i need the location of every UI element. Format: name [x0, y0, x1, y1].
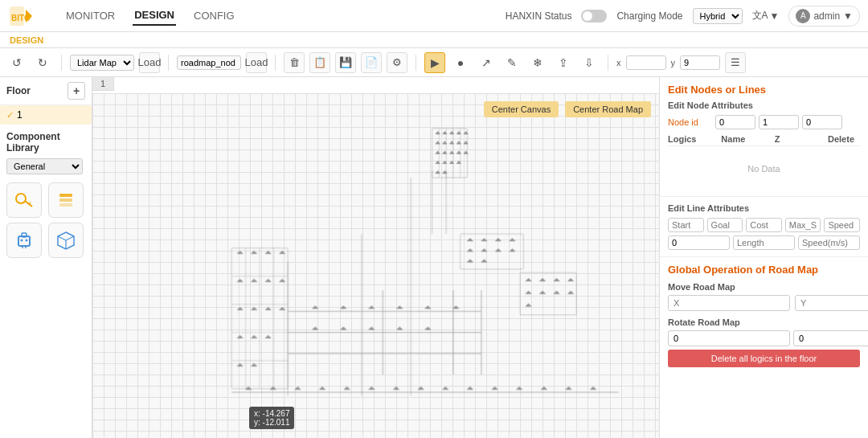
toolbar: ↺ ↻ Lidar Map Load Load 🗑 📋 💾 📄 ⚙ ▶ ● ↗ … [0, 48, 868, 77]
svg-marker-53 [495, 248, 501, 252]
left-sidebar: Floor + ✓ 1 Component Library General [0, 77, 92, 438]
line-tool-btn[interactable]: ↗ [476, 52, 497, 73]
nav-design[interactable]: DESIGN [133, 6, 176, 26]
copy-icon-btn[interactable]: 📋 [309, 52, 330, 73]
global-section: Global Operation of Road Map Move Road M… [660, 257, 868, 374]
line-speed-p[interactable] [824, 218, 860, 232]
svg-rect-8 [59, 203, 72, 207]
component-layers[interactable] [48, 182, 84, 218]
svg-marker-97 [425, 327, 431, 330]
snowflake-tool-btn[interactable]: ❄ [527, 52, 548, 73]
canvas-content[interactable]: Center Canvas Center Road Map [92, 93, 659, 438]
undo-btn[interactable]: ↺ [6, 52, 27, 73]
line-start[interactable] [668, 218, 704, 232]
floor-add-btn[interactable]: + [68, 82, 85, 100]
charging-select[interactable]: Hybrid [693, 8, 743, 24]
svg-marker-73 [252, 363, 257, 366]
svg-marker-110 [517, 387, 522, 390]
svg-marker-89 [369, 305, 375, 309]
svg-marker-111 [541, 387, 547, 390]
line-fields-row2 [668, 235, 860, 250]
floor-item-1[interactable]: ✓ 1 [0, 105, 92, 125]
floor-item-label: 1 [17, 109, 23, 121]
svg-marker-64 [237, 251, 243, 254]
right-panel: Edit Nodes or Lines Edit Node Attributes… [659, 77, 868, 438]
line-goal[interactable] [707, 218, 743, 232]
map-type-select[interactable]: Lidar Map [70, 55, 134, 71]
svg-point-3 [16, 194, 26, 203]
map-name-input[interactable] [177, 55, 241, 70]
load-btn-1[interactable]: Load [139, 52, 160, 73]
load-btn-2[interactable]: Load [246, 52, 267, 73]
svg-marker-93 [313, 327, 318, 330]
toolbar-divider-3 [275, 55, 276, 71]
toolbar-divider-4 [416, 55, 416, 71]
line-length[interactable] [733, 235, 795, 250]
toolbar-divider-2 [168, 55, 169, 71]
map-align-btn[interactable]: ☰ [725, 52, 746, 73]
node-id-row: Node id [668, 115, 860, 129]
upload-tool-btn[interactable]: ⇪ [553, 52, 574, 73]
component-category-select[interactable]: General [0, 157, 92, 179]
delete-icon-btn[interactable]: 🗑 [284, 52, 305, 73]
svg-marker-101 [295, 387, 301, 390]
download-tool-btn[interactable]: ⇩ [579, 52, 600, 73]
node-x-input[interactable] [715, 115, 755, 129]
node-tool-btn[interactable]: ● [450, 52, 471, 73]
svg-marker-68 [237, 363, 243, 366]
svg-marker-87 [313, 305, 318, 309]
svg-marker-88 [341, 305, 346, 309]
pen-tool-btn[interactable]: ✎ [502, 52, 522, 73]
svg-marker-94 [341, 327, 346, 330]
svg-marker-107 [443, 387, 448, 390]
node-table-header: Logics Name Z Delete [668, 133, 860, 146]
line-cost[interactable] [746, 218, 782, 232]
global-title: Global Operation of Road Map [668, 264, 860, 276]
delete-logics-btn[interactable]: Delete all logics in the floor [668, 350, 860, 367]
component-box[interactable] [48, 223, 84, 258]
nav-monitor[interactable]: MONITOR [64, 6, 117, 25]
col-logics: Logics [668, 134, 721, 144]
sub-nav: DESIGN [0, 32, 868, 48]
nav-config[interactable]: CONFIG [192, 6, 236, 25]
admin-btn[interactable]: A admin ▼ [788, 6, 860, 27]
node-id-label: Node id [668, 117, 712, 127]
lang-btn[interactable]: 文A ▼ [752, 9, 780, 23]
node-z-input[interactable] [802, 115, 842, 129]
category-dropdown[interactable]: General [6, 158, 83, 174]
rotate-y-input[interactable] [793, 330, 868, 346]
canvas-area[interactable]: 1 Center Canvas Center Road Map [92, 77, 659, 438]
svg-marker-69 [252, 251, 257, 254]
top-nav: BITO MONITOR DESIGN CONFIG HANXIN Status… [0, 0, 868, 32]
node-y-input[interactable] [759, 115, 799, 129]
nav-right: HANXIN Status Charging Mode Hybrid 文A ▼ … [506, 6, 860, 27]
line-speed-ms[interactable] [798, 235, 860, 250]
edit-line-section: Edit Line Attributes [660, 197, 868, 257]
toolbar-divider-1 [61, 55, 62, 71]
svg-marker-48 [467, 260, 473, 263]
x-input[interactable] [626, 55, 666, 70]
save-icon-btn[interactable]: 💾 [335, 52, 356, 73]
settings-icon-btn[interactable]: ⚙ [387, 52, 407, 73]
y-input[interactable] [680, 55, 720, 70]
move-inputs [668, 295, 860, 311]
hanxin-toggle[interactable] [581, 10, 607, 23]
svg-marker-91 [425, 305, 431, 309]
svg-marker-74 [265, 251, 271, 254]
svg-marker-65 [237, 279, 243, 282]
rotate-x-input[interactable] [668, 330, 790, 346]
move-y-input[interactable] [795, 295, 868, 311]
component-key[interactable] [6, 182, 42, 218]
line-val1[interactable] [668, 235, 730, 250]
component-robot[interactable] [6, 223, 42, 258]
select-tool-btn[interactable]: ▶ [424, 52, 445, 73]
move-x-input[interactable] [668, 295, 790, 311]
svg-marker-109 [492, 387, 497, 390]
svg-line-17 [66, 236, 74, 240]
svg-marker-121 [526, 291, 531, 294]
line-max-speed[interactable] [785, 218, 821, 232]
redo-btn[interactable]: ↻ [32, 52, 53, 73]
save-as-icon-btn[interactable]: 📄 [361, 52, 382, 73]
svg-line-5 [29, 203, 31, 204]
svg-marker-67 [237, 335, 243, 338]
